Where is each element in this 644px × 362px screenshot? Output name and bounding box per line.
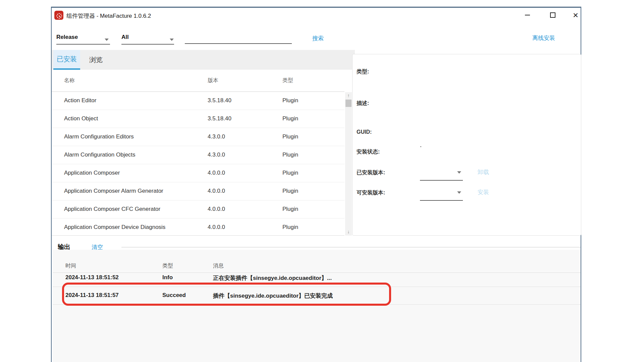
type-filter-dropdown[interactable]: All: [121, 34, 129, 41]
window-title: 组件管理器 - MetaFacture 1.0.6.2: [66, 12, 151, 20]
cell-type: Plugin: [282, 97, 298, 104]
install-button[interactable]: 安装: [478, 188, 489, 196]
cell-version: 4.0.0.0: [208, 224, 225, 231]
install-status-label: 安装状态:: [357, 148, 380, 156]
cell-type: Plugin: [282, 206, 298, 213]
table-row[interactable]: Application Composer CFC Generator 4.0.0…: [52, 200, 344, 219]
search-input[interactable]: [185, 35, 292, 44]
scroll-down-icon[interactable]: ↓: [345, 228, 352, 235]
offline-install-button[interactable]: 离线安装: [532, 34, 555, 42]
cell-version: 4.0.0.0: [208, 188, 225, 194]
row-divider: [53, 304, 581, 305]
cell-name: Application Composer: [64, 170, 120, 176]
header-name: 名称: [64, 77, 75, 84]
app-icon: [54, 11, 63, 20]
table-row[interactable]: Alarm Configuration Objects 4.3.0.0 Plug…: [52, 146, 344, 164]
guid-value-dot: [420, 146, 421, 147]
close-button[interactable]: ✕: [568, 8, 583, 22]
titlebar[interactable]: 组件管理器 - MetaFacture 1.0.6.2 ✕: [52, 8, 581, 22]
installed-version-dropdown[interactable]: [420, 180, 463, 181]
cell-type: Plugin: [282, 170, 298, 176]
cell-version: 3.5.18.40: [208, 115, 231, 122]
table-row[interactable]: Alarm Configuration Editors 4.3.0.0 Plug…: [52, 128, 344, 146]
chevron-down-icon[interactable]: [457, 171, 461, 174]
tab-installed[interactable]: 已安装: [53, 50, 80, 70]
cell-version: 4.3.0.0: [208, 133, 225, 140]
log-time: 2024-11-13 18:51:57: [65, 292, 119, 299]
row-divider: [53, 287, 581, 287]
cell-name: Application Composer Device Diagnosis: [64, 224, 165, 231]
release-filter-dropdown[interactable]: Release: [56, 34, 78, 41]
output-log-panel: 时间 类型 消息 2024-11-13 18:51:52 Info 正在安装插件…: [53, 250, 581, 362]
cell-version: 4.0.0.0: [208, 206, 225, 213]
table-row[interactable]: Application Composer 4.0.0.0 Plugin: [52, 164, 344, 182]
installable-version-label: 可安装版本:: [357, 189, 385, 196]
table-row[interactable]: Application Composer Device Diagnosis 4.…: [52, 219, 344, 237]
log-type: Info: [162, 274, 173, 281]
scroll-up-icon[interactable]: ↑: [345, 92, 352, 99]
installed-version-label: 已安装版本:: [357, 169, 385, 176]
log-message: 正在安装插件【sinsegye.ide.opcuaeditor】...: [213, 274, 332, 282]
description-label: 描述:: [357, 100, 369, 107]
plugin-table-header: 名称 版本 类型: [52, 70, 344, 92]
cell-name: Alarm Configuration Editors: [64, 133, 134, 140]
header-version: 版本: [208, 77, 218, 84]
chevron-down-icon[interactable]: [105, 39, 109, 41]
desktop: 组件管理器 - MetaFacture 1.0.6.2 ✕ Release Al…: [0, 0, 644, 362]
output-header-time: 时间: [65, 262, 76, 269]
maximize-icon: [550, 12, 555, 18]
cell-name: Action Object: [64, 115, 98, 122]
cell-type: Plugin: [282, 152, 298, 158]
cell-name: Action Editor: [64, 97, 96, 104]
cell-name: Application Composer CFC Generator: [64, 206, 160, 213]
release-filter-underline: [56, 44, 110, 45]
output-divider: [121, 247, 581, 247]
close-icon: ✕: [573, 12, 579, 19]
output-header-line: [53, 273, 581, 273]
maximize-button[interactable]: [545, 8, 560, 22]
installable-version-dropdown[interactable]: [420, 200, 463, 201]
guid-label: GUID:: [357, 129, 372, 135]
component-manager-window: 组件管理器 - MetaFacture 1.0.6.2 ✕ Release Al…: [51, 7, 581, 362]
minimize-icon: [525, 15, 530, 15]
cell-type: Plugin: [282, 115, 298, 122]
minimize-button[interactable]: [520, 8, 535, 22]
tab-browse[interactable]: 浏览: [86, 50, 106, 70]
tabstrip: 已安装 浏览: [52, 50, 355, 70]
cell-type: Plugin: [282, 133, 298, 140]
cell-version: 4.3.0.0: [208, 152, 225, 158]
cell-type: Plugin: [282, 224, 298, 231]
table-row[interactable]: Action Editor 3.5.18.40 Plugin: [52, 92, 344, 110]
scrollbar-thumb[interactable]: [345, 100, 352, 107]
output-header-type: 类型: [162, 262, 173, 269]
cell-version: 4.0.0.0: [208, 170, 225, 176]
output-header-message: 消息: [213, 262, 224, 269]
uninstall-button[interactable]: 卸载: [478, 168, 489, 176]
table-row[interactable]: Application Composer Alarm Generator 4.0…: [52, 182, 344, 200]
cell-name: Alarm Configuration Objects: [64, 152, 136, 158]
chevron-down-icon[interactable]: [170, 39, 174, 41]
chevron-down-icon[interactable]: [457, 191, 461, 194]
cell-type: Plugin: [282, 188, 298, 194]
table-row[interactable]: Action Object 3.5.18.40 Plugin: [52, 110, 344, 128]
type-label: 类型:: [357, 68, 369, 75]
header-type: 类型: [282, 77, 293, 84]
plugin-table: 名称 版本 类型 Action Editor 3.5.18.40 Plugin …: [52, 70, 344, 236]
log-message: 插件【sinsegye.ide.opcuaeditor】已安装完成: [213, 292, 333, 300]
table-scrollbar[interactable]: ↑ ↓: [345, 92, 352, 236]
log-type: Succeed: [162, 292, 186, 299]
search-button[interactable]: 搜索: [312, 35, 324, 42]
cell-name: Application Composer Alarm Generator: [64, 188, 163, 194]
cell-version: 3.5.18.40: [208, 97, 231, 104]
log-time: 2024-11-13 18:51:52: [65, 274, 119, 281]
type-filter-underline: [121, 44, 174, 45]
plugin-detail-panel: 类型: 描述: GUID: 安装状态: 已安装版本: 卸载 可安装版本: 安装: [352, 54, 581, 236]
